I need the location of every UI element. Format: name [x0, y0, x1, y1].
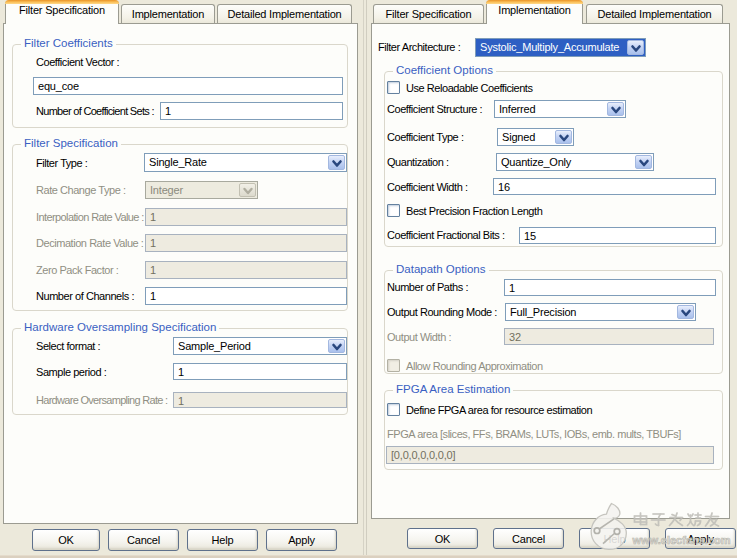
- svg-text:www.elecfans.com: www.elecfans.com: [632, 534, 731, 546]
